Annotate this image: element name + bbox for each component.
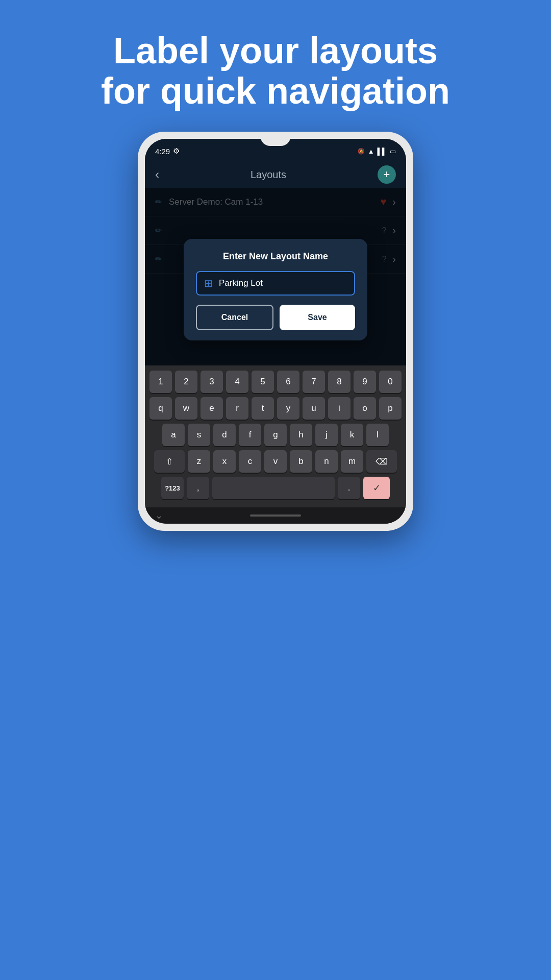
layout-name-input[interactable]	[219, 278, 347, 288]
key-e[interactable]: e	[201, 397, 223, 420]
key-h[interactable]: h	[290, 424, 312, 446]
key-k[interactable]: k	[341, 424, 363, 446]
clock: 4:29	[155, 147, 170, 156]
key-1[interactable]: 1	[149, 371, 172, 393]
chevron-down-icon: ⌄	[155, 510, 163, 521]
key-y[interactable]: y	[277, 397, 299, 420]
keyboard-row-asdf: a s d f g h j k l	[147, 424, 404, 446]
shift-key[interactable]: ⇧	[154, 450, 185, 473]
grid-icon: ⊞	[204, 277, 213, 289]
period-key[interactable]: .	[338, 477, 360, 499]
phone-screen: 4:29 ⚙ 🔕 ▲ ▌▌ ▭ ‹ Layouts + ✏	[145, 139, 406, 524]
gear-icon: ⚙	[173, 146, 180, 156]
phone-frame: 4:29 ⚙ 🔕 ▲ ▌▌ ▭ ‹ Layouts + ✏	[138, 132, 413, 531]
dialog-buttons: Cancel Save	[196, 305, 355, 330]
keyboard: 1 2 3 4 5 6 7 8 9 0 q w e r t y u i	[145, 365, 406, 507]
battery-icon: ▭	[390, 148, 396, 155]
key-o[interactable]: o	[354, 397, 376, 420]
key-z[interactable]: z	[188, 450, 210, 473]
cancel-button[interactable]: Cancel	[196, 305, 273, 330]
hero-title: Label your layouts for quick navigation	[60, 0, 491, 132]
keyboard-row-zxcv: ⇧ z x c v b n m ⌫	[147, 450, 404, 473]
layout-section: ✏ Server Demo: Cam 1-13 ♥ › ✏ ? › ✏ ? ›	[145, 188, 406, 365]
wifi-icon: ▲	[368, 148, 374, 155]
keyboard-row-bottom: ?123 , . ✓	[147, 477, 404, 499]
home-indicator	[250, 514, 301, 517]
key-b[interactable]: b	[290, 450, 312, 473]
key-f[interactable]: f	[239, 424, 261, 446]
phone-notch	[260, 132, 291, 146]
key-a[interactable]: a	[162, 424, 185, 446]
key-m[interactable]: m	[341, 450, 363, 473]
key-q[interactable]: q	[149, 397, 172, 420]
key-t[interactable]: t	[252, 397, 274, 420]
key-0[interactable]: 0	[379, 371, 402, 393]
key-3[interactable]: 3	[201, 371, 223, 393]
new-layout-dialog: Enter New Layout Name ⊞ Cancel Save	[184, 239, 367, 340]
key-4[interactable]: 4	[226, 371, 248, 393]
key-c[interactable]: c	[239, 450, 261, 473]
add-layout-button[interactable]: +	[378, 165, 396, 184]
key-u[interactable]: u	[303, 397, 325, 420]
key-8[interactable]: 8	[328, 371, 350, 393]
keyboard-row-numbers: 1 2 3 4 5 6 7 8 9 0	[147, 371, 404, 393]
confirm-key[interactable]: ✓	[363, 477, 390, 499]
key-n[interactable]: n	[315, 450, 338, 473]
key-x[interactable]: x	[213, 450, 236, 473]
key-r[interactable]: r	[226, 397, 248, 420]
layout-name-input-wrapper[interactable]: ⊞	[196, 271, 355, 296]
key-w[interactable]: w	[175, 397, 197, 420]
save-button[interactable]: Save	[280, 305, 355, 330]
symbols-key[interactable]: ?123	[161, 477, 184, 499]
modal-overlay: Enter New Layout Name ⊞ Cancel Save	[145, 188, 406, 365]
key-7[interactable]: 7	[303, 371, 325, 393]
screen-title: Layouts	[251, 169, 286, 181]
key-l[interactable]: l	[366, 424, 389, 446]
signal-icon: ▌▌	[378, 148, 387, 155]
hero-section: Label your layouts for quick navigation	[60, 0, 491, 132]
key-6[interactable]: 6	[277, 371, 299, 393]
phone-bottom-bar: ⌄	[145, 507, 406, 524]
comma-key[interactable]: ,	[187, 477, 209, 499]
key-d[interactable]: d	[213, 424, 236, 446]
key-9[interactable]: 9	[354, 371, 376, 393]
back-button[interactable]: ‹	[155, 167, 159, 182]
dialog-title: Enter New Layout Name	[196, 251, 355, 262]
backspace-key[interactable]: ⌫	[366, 450, 397, 473]
mute-icon: 🔕	[358, 148, 365, 155]
key-5[interactable]: 5	[252, 371, 274, 393]
key-g[interactable]: g	[264, 424, 287, 446]
key-2[interactable]: 2	[175, 371, 197, 393]
key-j[interactable]: j	[315, 424, 338, 446]
key-s[interactable]: s	[188, 424, 210, 446]
keyboard-row-qwerty: q w e r t y u i o p	[147, 397, 404, 420]
key-p[interactable]: p	[379, 397, 402, 420]
key-v[interactable]: v	[264, 450, 287, 473]
app-header: ‹ Layouts +	[145, 161, 406, 188]
space-key[interactable]	[212, 477, 335, 499]
key-i[interactable]: i	[328, 397, 350, 420]
